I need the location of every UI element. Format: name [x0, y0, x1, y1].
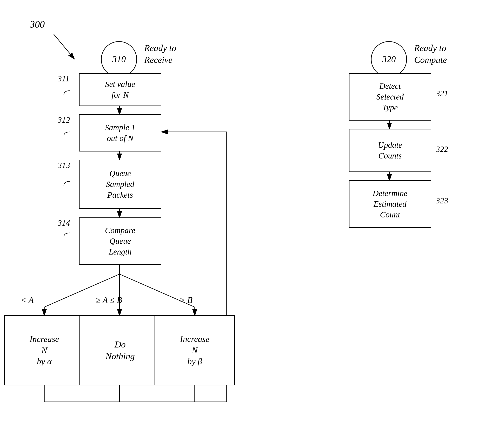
svg-text:≥ A ≤ B: ≥ A ≤ B [96, 295, 122, 305]
ref-314: 314 [58, 218, 70, 228]
box-321: DetectSelectedType [349, 73, 431, 121]
ref-321: 321 [436, 89, 448, 98]
box-323: DetermineEstimatedCount [349, 180, 431, 228]
box-314: CompareQueueLength [79, 217, 161, 265]
ready-to-receive-label: Ready to Receive [144, 42, 176, 66]
svg-line-2 [54, 34, 74, 59]
ref-311: 311 [58, 74, 70, 84]
ref-323: 323 [436, 196, 448, 206]
circle-310: 310 [101, 41, 137, 77]
ref-313: 313 [58, 160, 70, 170]
box-311: Set valuefor N [79, 73, 161, 106]
ref-322: 322 [436, 144, 448, 154]
circle-320: 320 [371, 41, 407, 77]
ref-312: 312 [58, 115, 70, 125]
box-312: Sample 1out of N [79, 114, 161, 151]
box-increase-n-alpha: IncreaseNby α [4, 315, 84, 385]
svg-text:< A: < A [21, 295, 34, 305]
svg-text:> B: > B [179, 295, 193, 305]
box-322: UpdateCounts [349, 129, 431, 172]
diagram-ref-300: 300 [30, 19, 45, 30]
diagram-container: < A ≥ A ≤ B > B 300 310 Ready to Receive… [0, 0, 504, 426]
box-313: QueueSampledPackets [79, 160, 161, 209]
box-do-nothing: DoNothing [79, 315, 161, 385]
box-increase-n-beta: IncreaseNby β [154, 315, 235, 385]
ready-to-compute-label: Ready to Compute [414, 42, 447, 66]
